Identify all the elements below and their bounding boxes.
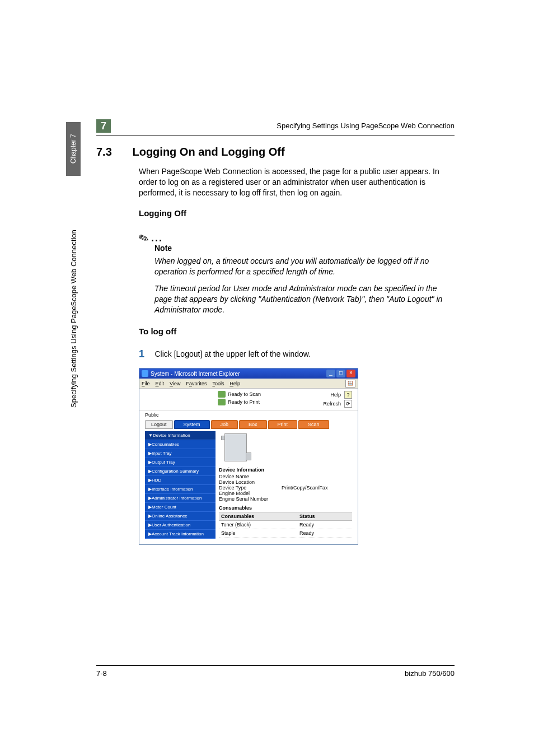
note-ellipsis: ... — [151, 232, 163, 244]
staple-status: Ready — [297, 529, 352, 537]
device-image — [219, 431, 254, 464]
nav-interface-information[interactable]: ▶Interface Information — [145, 485, 216, 494]
scanner-status-icon — [218, 391, 226, 398]
side-section-label: Specifying Settings Using PageScope Web … — [66, 184, 81, 408]
nav-hdd[interactable]: ▶HDD — [145, 476, 216, 485]
intro-paragraph: When PageScope Web Connection is accesse… — [139, 166, 455, 198]
menu-view[interactable]: View — [170, 381, 180, 386]
note-icon: ✎ — [137, 230, 151, 247]
ie-titlebar: System - Microsoft Internet Explorer _ □… — [139, 368, 358, 379]
menu-help[interactable]: Help — [229, 381, 240, 386]
engine-serial-label: Engine Serial Number — [219, 496, 282, 502]
chapter-tab: Chapter 7 — [66, 122, 81, 176]
tab-system[interactable]: System — [174, 420, 210, 429]
printer-status-text: Ready to Print — [228, 399, 260, 405]
tab-box[interactable]: Box — [239, 420, 267, 429]
toner-black-label: Toner (Black) — [219, 521, 297, 529]
menu-edit[interactable]: Edit — [156, 381, 165, 386]
nav-meter-count[interactable]: ▶Meter Count — [145, 503, 216, 512]
window-minimize-button[interactable]: _ — [326, 370, 335, 377]
footer-page-number: 7-8 — [96, 669, 107, 678]
device-type-label: Device Type — [219, 485, 282, 491]
nav-online-assistance[interactable]: ▶Online Assistance — [145, 512, 216, 521]
subheading-to-log-off: To log off — [139, 326, 455, 336]
menu-tools[interactable]: Tools — [212, 381, 224, 386]
engine-model-label: Engine Model — [219, 491, 282, 496]
printer-status-icon — [218, 399, 226, 405]
device-name-label: Device Name — [219, 474, 282, 479]
section-number: 7.3 — [96, 146, 130, 158]
nav-output-tray[interactable]: ▶Output Tray — [145, 458, 216, 467]
window-close-button[interactable]: × — [346, 370, 355, 377]
note-paragraph-2: The timeout period for User mode and Adm… — [154, 283, 455, 315]
step-1-text: Click [Logout] at the upper left of the … — [154, 348, 311, 358]
table-row: Toner (Black) Ready — [219, 521, 352, 529]
nav-config-summary[interactable]: ▶Configuration Summary — [145, 467, 216, 476]
ie-logo-icon: 🪟 — [345, 380, 355, 388]
tab-scan[interactable]: Scan — [298, 420, 329, 429]
current-user-label: Public — [139, 411, 358, 420]
nav-consumables[interactable]: ▶Consumables — [145, 440, 216, 449]
consumables-col-1: Consumables — [219, 512, 297, 520]
screenshot-window: System - Microsoft Internet Explorer _ □… — [139, 368, 358, 545]
tab-job[interactable]: Job — [211, 420, 238, 429]
note-label: Note — [154, 244, 455, 253]
tab-print[interactable]: Print — [268, 420, 298, 429]
refresh-label: Refresh — [323, 401, 341, 407]
help-label: Help — [330, 392, 341, 398]
device-type-value: Print/Copy/Scan/Fax — [282, 485, 328, 491]
nav-account-track-information[interactable]: ▶Account Track Information — [145, 530, 216, 539]
device-info-heading: Device Information — [219, 467, 352, 473]
header-page-number: 7 — [96, 119, 111, 133]
refresh-button[interactable]: ⟳ — [344, 400, 352, 408]
menu-favorites[interactable]: Favorites — [186, 381, 207, 386]
ie-menubar: File Edit View Favorites Tools Help 🪟 — [139, 379, 358, 389]
toner-black-status: Ready — [297, 521, 352, 529]
nav-user-authentication[interactable]: ▶User Authentication — [145, 521, 216, 530]
note-paragraph-1: When logged on, a timeout occurs and you… — [154, 256, 455, 277]
note-block: ✎... Note When logged on, a timeout occu… — [139, 230, 455, 315]
footer-model: bizhub 750/600 — [405, 669, 455, 678]
scanner-status-text: Ready to Scan — [228, 391, 261, 397]
nav-input-tray[interactable]: ▶Input Tray — [145, 449, 216, 458]
help-button[interactable]: ? — [344, 391, 352, 399]
section-title: Logging On and Logging Off — [132, 146, 284, 158]
subheading-logging-off: Logging Off — [139, 208, 455, 218]
step-1-number: 1 — [139, 348, 152, 360]
consumables-col-2: Status — [297, 512, 352, 520]
window-title: System - Microsoft Internet Explorer — [151, 371, 240, 377]
logout-button[interactable]: Logout — [145, 420, 173, 429]
header-running-title: Specifying Settings Using PageScope Web … — [277, 122, 455, 130]
side-nav: ▼Device Information ▶Consumables ▶Input … — [145, 431, 216, 539]
nav-administrator-information[interactable]: ▶Administrator Information — [145, 494, 216, 503]
consumables-heading: Consumables — [219, 505, 352, 511]
staple-label: Staple — [219, 529, 297, 537]
nav-device-information[interactable]: ▼Device Information — [145, 431, 216, 440]
device-location-label: Device Location — [219, 479, 282, 485]
table-row: Staple Ready — [219, 529, 352, 538]
menu-file[interactable]: File — [142, 381, 150, 386]
ie-app-icon — [142, 370, 148, 377]
brand-area — [145, 391, 218, 408]
window-maximize-button[interactable]: □ — [336, 370, 345, 377]
